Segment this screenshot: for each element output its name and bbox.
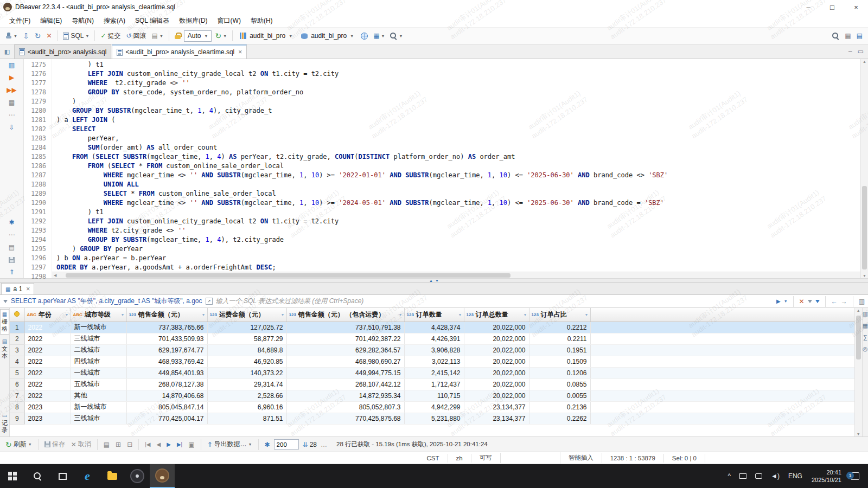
tab-analysis-sql[interactable]: <audit_bi_pro> analysis.sql bbox=[14, 44, 111, 59]
rollback-button[interactable]: ↺回滚 bbox=[124, 30, 148, 42]
column-header[interactable]: 123运费金额（元）▼ bbox=[207, 308, 286, 322]
grid-cell[interactable]: 2022 bbox=[24, 390, 71, 401]
grid-cell[interactable]: 0.0055 bbox=[529, 390, 590, 401]
scroll-thumb[interactable] bbox=[66, 273, 510, 278]
editor-vertical-scrollbar[interactable]: ▲ ▼ bbox=[860, 59, 868, 278]
rail-overflow-icon[interactable]: ⋯ bbox=[7, 111, 17, 119]
view-menu-button[interactable]: ▦▼ bbox=[371, 30, 387, 41]
fetch-data-button[interactable]: ⇩ bbox=[21, 30, 31, 42]
sql-editor[interactable]: 1275127612771278127912801281128212831284… bbox=[24, 59, 868, 278]
column-header[interactable]: ABC年份▼ bbox=[24, 308, 71, 322]
scroll-thumb[interactable] bbox=[856, 316, 861, 359]
grid-cell[interactable]: 805,045,847.14 bbox=[126, 401, 207, 413]
column-menu-caret-icon[interactable]: ▼ bbox=[121, 313, 125, 317]
panel-calc-icon[interactable]: ∑ bbox=[863, 334, 867, 341]
refresh-results-button[interactable]: ↻刷新▼ bbox=[3, 438, 34, 451]
first-row-button[interactable]: |◀ bbox=[143, 440, 152, 449]
autocommit-lock-button[interactable] bbox=[173, 31, 183, 41]
grid-cell[interactable]: 2023 bbox=[24, 401, 71, 413]
row-number[interactable]: 6 bbox=[10, 378, 24, 390]
grid-cell[interactable]: 0.2136 bbox=[529, 401, 590, 413]
grid-cell[interactable]: 新一线城市 bbox=[71, 322, 126, 333]
column-menu-caret-icon[interactable]: ▼ bbox=[585, 313, 589, 317]
grid-cell[interactable]: 0.2211 bbox=[529, 333, 590, 344]
grid-cell[interactable]: 1,712,437 bbox=[404, 378, 464, 390]
grid-cell[interactable]: 449,854,401.93 bbox=[126, 367, 207, 378]
connection-selector[interactable]: audit_bi_pro▼ bbox=[236, 30, 296, 42]
grid-cell[interactable]: 14,872,935.34 bbox=[286, 390, 404, 401]
grid-cell[interactable]: 770,425,875.68 bbox=[286, 413, 404, 424]
grid-cell[interactable]: 三线城市 bbox=[71, 413, 126, 424]
maximize-button[interactable]: □ bbox=[820, 0, 844, 14]
grid-cell[interactable]: 2022 bbox=[24, 344, 71, 356]
taskbar-search-button[interactable] bbox=[25, 464, 50, 488]
status-caret-position[interactable]: 1238 : 1 : 53879 bbox=[602, 454, 664, 463]
execute-script-button[interactable]: ▶▶ bbox=[7, 86, 17, 94]
grid-cell[interactable]: 0.1951 bbox=[529, 344, 590, 356]
add-row-button[interactable]: ⊞ bbox=[113, 439, 123, 450]
toolbar-overflow-icon[interactable]: … bbox=[321, 441, 327, 448]
grid-cell[interactable]: 20,022,000 bbox=[464, 344, 529, 356]
grid-cell[interactable]: 二线城市 bbox=[71, 344, 126, 356]
pinned-app-button[interactable] bbox=[125, 464, 150, 488]
explain-plan-button[interactable]: ▦ bbox=[7, 98, 17, 107]
grid-cell[interactable]: 127,025.72 bbox=[207, 322, 286, 333]
column-menu-caret-icon[interactable]: ▼ bbox=[399, 313, 403, 317]
menu-item[interactable]: 搜索(A) bbox=[99, 15, 130, 27]
save-filter-icon[interactable] bbox=[808, 300, 812, 303]
disconnect-button[interactable]: ✕ bbox=[44, 30, 54, 41]
editor-results-splitter[interactable]: ▲ ▼ bbox=[0, 278, 868, 283]
column-header[interactable]: 123销售金额（元） （包含运费）▼ bbox=[286, 308, 404, 322]
tx-mode-combo[interactable]: Auto▼ bbox=[184, 30, 212, 42]
prev-row-button[interactable]: ◀ bbox=[155, 440, 163, 449]
scroll-down-icon[interactable]: ▼ bbox=[855, 432, 862, 436]
results-tab[interactable]: ▦a 1× bbox=[1, 283, 34, 294]
commit-button[interactable]: ✓提交 bbox=[98, 30, 123, 42]
panel-value-viewer-icon[interactable]: ▥ bbox=[863, 310, 868, 317]
column-header[interactable]: ABC城市等级▼ bbox=[71, 308, 126, 322]
filter-placeholder[interactable]: 输入一个 SQL 表达式来过滤结果 (使用 Ctrl+Space) bbox=[216, 297, 773, 306]
edge-button[interactable]: e bbox=[75, 464, 100, 488]
network-icon[interactable] bbox=[751, 473, 766, 479]
sql-editor-button[interactable]: SQL▼ bbox=[61, 30, 91, 41]
grid-cell[interactable]: 2022 bbox=[24, 367, 71, 378]
network-profile-button[interactable] bbox=[359, 31, 370, 41]
task-view-button[interactable] bbox=[50, 464, 75, 488]
grid-cell[interactable]: 0.2262 bbox=[529, 413, 590, 424]
grid-cell[interactable]: 14,870,406.68 bbox=[126, 390, 207, 401]
row-number[interactable]: 8 bbox=[10, 401, 24, 413]
scroll-thumb[interactable] bbox=[862, 186, 867, 269]
grid-cell[interactable]: 449,994,775.15 bbox=[286, 367, 404, 378]
restore-panel-icon[interactable]: ◧ bbox=[0, 48, 14, 55]
grid-cell[interactable]: 84,689.8 bbox=[207, 344, 286, 356]
execute-statement-button[interactable]: ▶ bbox=[7, 73, 17, 82]
grid-cell[interactable]: 4,428,374 bbox=[404, 322, 464, 333]
column-header[interactable]: 123订单数量▼ bbox=[404, 308, 464, 322]
grid-cell[interactable]: 四线城市 bbox=[71, 356, 126, 367]
grid-corner[interactable] bbox=[10, 308, 24, 322]
global-search-button[interactable] bbox=[830, 31, 841, 41]
column-header[interactable]: 123销售金额（元）▼ bbox=[126, 308, 207, 322]
grid-cell[interactable]: 新一线城市 bbox=[71, 401, 126, 413]
volume-icon[interactable]: ◄) bbox=[767, 472, 783, 480]
next-row-button[interactable]: ▶ bbox=[164, 440, 173, 449]
column-header[interactable]: 123订单占比▼ bbox=[529, 308, 590, 322]
panel-metadata-icon[interactable]: ◎ bbox=[863, 345, 868, 352]
file-explorer-button[interactable] bbox=[100, 464, 125, 488]
save-to-file-button[interactable]: ⇑ bbox=[7, 268, 17, 277]
side-tab-grid[interactable]: ▦栅格 bbox=[0, 309, 9, 335]
grid-cell[interactable]: 2023 bbox=[24, 413, 71, 424]
grid-cell[interactable]: 46,920.85 bbox=[207, 356, 286, 367]
sql-code[interactable]: ) t1 LEFT JOIN custom_online_city_grade_… bbox=[52, 59, 860, 278]
status-insert-mode[interactable]: 智能插入 bbox=[560, 453, 602, 463]
tab-analysis-cleartime-sql[interactable]: <audit_bi_pro> analysis_cleartime.sql× bbox=[112, 44, 247, 59]
grid-cell[interactable]: 4,942,299 bbox=[404, 401, 464, 413]
grid-cell[interactable]: 3,906,828 bbox=[404, 344, 464, 356]
rail-overflow-icon[interactable]: ⋯ bbox=[7, 230, 17, 239]
menu-item[interactable]: 窗口(W) bbox=[213, 15, 246, 27]
filter-query-text[interactable]: SELECT a.perYear AS "年份", a.city_grade_t… bbox=[11, 297, 202, 306]
collapse-down-icon[interactable]: ▼ bbox=[435, 279, 439, 282]
row-number[interactable]: 2 bbox=[10, 333, 24, 344]
tablet-mode-icon[interactable] bbox=[736, 473, 750, 479]
collapse-up-icon[interactable]: ▲ bbox=[429, 279, 433, 282]
